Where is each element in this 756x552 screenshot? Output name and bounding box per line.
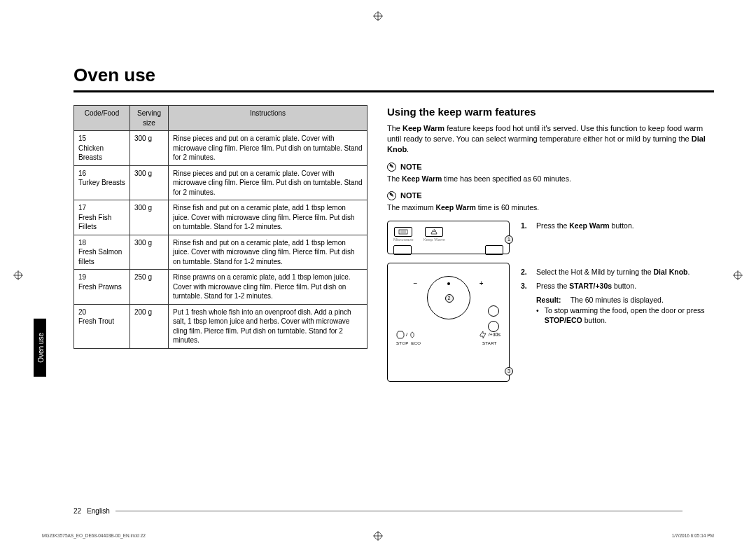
food: Fresh Prawns <box>78 283 122 291</box>
t: STOP/ECO <box>545 316 582 324</box>
t: START/+30s <box>569 282 612 290</box>
note-label: NOTE <box>400 162 422 172</box>
callout-3: 3 <box>505 367 513 375</box>
keepwarm-label: Keep Warm <box>424 237 445 242</box>
page-lang: English <box>87 506 110 516</box>
t: time is 60 minutes. <box>476 203 539 212</box>
stop-bullet: • To stop warming the food, open the doo… <box>536 305 714 325</box>
code: 20 <box>78 308 86 316</box>
size: 300 g <box>130 131 169 166</box>
footer-timestamp: 1/7/2016 6:05:14 PM <box>672 533 714 539</box>
microwave-label: Microwave <box>393 237 414 242</box>
t: Keep Warm <box>402 124 444 132</box>
instr: Put 1 fresh whole fish into an ovenproof… <box>169 304 368 348</box>
svg-marker-16 <box>480 331 486 338</box>
result-text: The 60 minutes is displayed. <box>570 296 664 304</box>
svg-rect-12 <box>399 230 407 234</box>
callout-2: 2 <box>445 294 454 303</box>
t: Select the Hot & Mild by turning the <box>536 268 654 276</box>
table-row: 17Fresh Fish Fillets 300 g Rinse fish an… <box>74 200 368 235</box>
food: Chicken Breasts <box>78 144 104 162</box>
page-title: Oven use <box>74 63 714 92</box>
food: Fresh Fish Fillets <box>78 214 111 231</box>
instr: Rinse prawns on a ceramic plate, add 1 t… <box>169 270 368 305</box>
code: 16 <box>78 170 86 177</box>
footer-meta: MG23K3575AS_EO_DE68-04403B-00_EN.indd 22… <box>42 533 714 539</box>
plus30-label: /+30s <box>489 331 500 338</box>
n: 3. <box>521 281 531 291</box>
footer-file: MG23K3575AS_EO_DE68-04403B-00_EN.indd 22 <box>42 533 146 539</box>
food-table: Code/Food Serving size Instructions 15Ch… <box>74 105 368 349</box>
th-instr: Instructions <box>169 106 368 131</box>
page-number-row: 22 English <box>74 506 682 516</box>
table-row: 15Chicken Breasts 300 g Rinse pieces and… <box>74 131 368 166</box>
right-column: Using the keep warm features The Keep Wa… <box>387 105 714 382</box>
instr: Rinse fish and put on a ceramic plate, a… <box>169 235 368 270</box>
t: The maximum <box>387 203 435 212</box>
instr: Rinse pieces and put on a ceramic plate.… <box>169 131 368 166</box>
t: . <box>688 268 690 276</box>
step: 3. Press the START/+30s button. <box>521 281 714 291</box>
note-row: ✎ NOTE <box>387 162 714 172</box>
note-icon: ✎ <box>387 191 396 200</box>
t: time has been specified as 60 minutes. <box>442 174 570 183</box>
t: The <box>387 174 402 183</box>
t: The <box>387 124 402 132</box>
note-icon: ✎ <box>387 163 396 172</box>
microwave-icon <box>394 227 412 237</box>
note-row: ✎ NOTE <box>387 191 714 201</box>
food: Turkey Breasts <box>78 179 125 186</box>
dial-knob: 2 <box>427 276 470 319</box>
intro-text: The Keep Warm feature keeps food hot unt… <box>387 123 714 155</box>
section-heading: Using the keep warm features <box>387 105 714 119</box>
control-diagrams: Microwave Keep Warm 1 <box>387 221 510 382</box>
size: 300 g <box>130 165 169 200</box>
instr: Rinse fish and put on a ceramic plate, a… <box>169 200 368 235</box>
t: . <box>407 145 409 153</box>
t: Press the <box>536 282 569 290</box>
panel-bottom: − + 2 <box>387 263 510 382</box>
th-size: Serving size <box>130 106 169 131</box>
result-line: Result: The 60 minutes is displayed. <box>536 295 714 305</box>
eco-label: ECO <box>411 341 421 345</box>
eco-icon <box>409 331 416 338</box>
size: 200 g <box>130 304 169 348</box>
svg-marker-15 <box>397 331 404 338</box>
th-code: Code/Food <box>74 106 130 131</box>
instr: Rinse pieces and put on a ceramic plate.… <box>169 165 368 200</box>
panel-btn <box>485 245 503 255</box>
n: 2. <box>521 267 531 277</box>
page-no: 22 <box>74 506 81 516</box>
t: Dial Knob <box>654 268 688 276</box>
table-row: 20Fresh Trout 200 g Put 1 fresh whole fi… <box>74 304 368 348</box>
t: button. <box>582 316 607 324</box>
food: Fresh Salmon fillets <box>78 248 122 265</box>
size: 300 g <box>130 235 169 270</box>
size: 300 g <box>130 200 169 235</box>
minus-icon: − <box>414 279 418 289</box>
plus-icon: + <box>479 279 484 289</box>
table-row: 18Fresh Salmon fillets 300 g Rinse fish … <box>74 235 368 270</box>
t: Keep Warm <box>569 221 609 230</box>
t: To stop warming the food, open the door … <box>545 306 705 315</box>
small-btn <box>488 305 499 317</box>
panel-top: Microwave Keep Warm 1 <box>387 221 510 254</box>
steps: 1. Press the Keep Warm button. 2. Select… <box>521 221 714 382</box>
n: 1. <box>521 221 531 230</box>
note-label: NOTE <box>400 191 422 201</box>
step: 1. Press the Keep Warm button. <box>521 221 714 230</box>
code: 15 <box>78 134 86 142</box>
t: Keep Warm <box>402 174 442 183</box>
step: 2. Select the Hot & Mild by turning the … <box>521 267 714 277</box>
panel-btn <box>393 245 412 255</box>
code: 19 <box>78 273 86 281</box>
table-row: 16Turkey Breasts 300 g Rinse pieces and … <box>74 165 368 200</box>
code: 17 <box>78 204 86 212</box>
page-line <box>115 511 682 511</box>
t: button. <box>612 282 636 290</box>
size: 250 g <box>130 270 169 305</box>
small-btn <box>488 321 499 332</box>
start-icon <box>479 331 487 339</box>
note-text: The maximum Keep Warm time is 60 minutes… <box>387 202 714 212</box>
t: Keep Warm <box>435 203 475 212</box>
